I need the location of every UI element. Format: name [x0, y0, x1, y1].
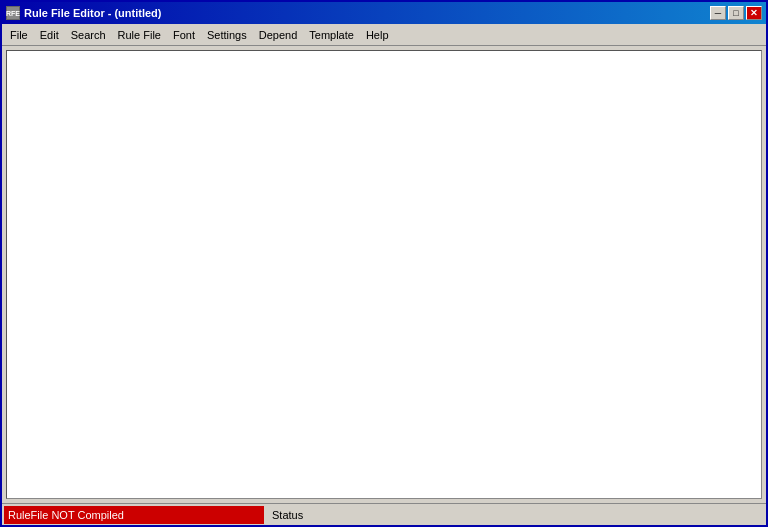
menu-item-help[interactable]: Help: [360, 25, 395, 45]
status-text: Status: [266, 509, 766, 521]
minimize-button[interactable]: ─: [710, 6, 726, 20]
status-bar: RuleFile NOT Compiled Status: [2, 503, 766, 525]
maximize-button[interactable]: □: [728, 6, 744, 20]
menu-item-search[interactable]: Search: [65, 25, 112, 45]
menu-item-depend[interactable]: Depend: [253, 25, 304, 45]
menu-item-edit[interactable]: Edit: [34, 25, 65, 45]
menu-item-settings[interactable]: Settings: [201, 25, 253, 45]
window-icon: RFE: [6, 6, 20, 20]
menu-bar: File Edit Search Rule File Font Settings…: [2, 24, 766, 46]
close-button[interactable]: ✕: [746, 6, 762, 20]
menu-item-file[interactable]: File: [4, 25, 34, 45]
window-title: Rule File Editor - (untitled): [24, 7, 162, 19]
menu-item-template[interactable]: Template: [303, 25, 360, 45]
window-controls: ─ □ ✕: [710, 6, 762, 20]
editor-area[interactable]: [6, 50, 762, 499]
title-bar-left: RFE Rule File Editor - (untitled): [6, 6, 162, 20]
compile-status: RuleFile NOT Compiled: [4, 506, 264, 524]
title-bar: RFE Rule File Editor - (untitled) ─ □ ✕: [2, 2, 766, 24]
menu-item-rulefile[interactable]: Rule File: [112, 25, 167, 45]
menu-item-font[interactable]: Font: [167, 25, 201, 45]
main-window: RFE Rule File Editor - (untitled) ─ □ ✕ …: [0, 0, 768, 527]
